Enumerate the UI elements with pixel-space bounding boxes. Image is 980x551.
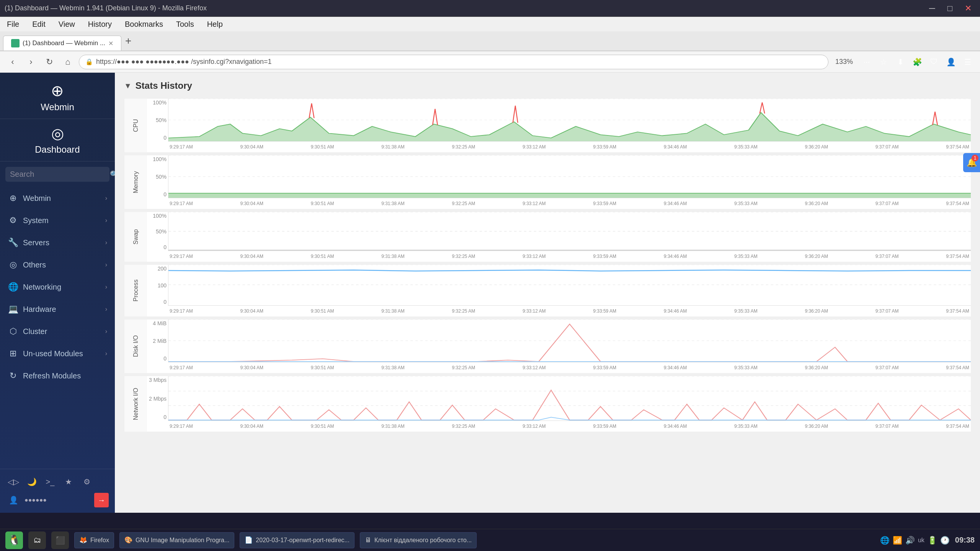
taskbar-gimp-app[interactable]: 🎨 GNU Image Manipulation Progra... (119, 532, 234, 548)
sidebar-item-hardware[interactable]: 💻 Hardware › (0, 298, 115, 320)
address-bar[interactable]: 🔒 https://●●● ●●● ●●●●●●●.●●● /sysinfo.c… (79, 55, 828, 69)
notification-bell[interactable]: 🔔 1 (963, 153, 980, 172)
remote-label: Клієнт віддаленого робочого сто... (374, 537, 472, 544)
process-y-min: 0 (149, 299, 167, 305)
cluster-nav-icon: ⬡ (8, 326, 18, 336)
maximize-button[interactable]: □ (944, 3, 956, 13)
firefox-icon: 🦊 (79, 536, 87, 544)
process-x-axis: 9:29:17 AM 9:30:04 AM 9:30:51 AM 9:31:38… (168, 306, 971, 316)
taskbar-start-icon[interactable]: 🐧 (5, 531, 23, 549)
menu-view[interactable]: View (56, 18, 78, 30)
settings-icon[interactable]: ⚙ (80, 474, 94, 489)
networkio-y-max: 3 Mbps (149, 377, 167, 383)
logout-button[interactable]: → (94, 493, 109, 507)
cpu-x-8: 9:35:33 AM (734, 144, 758, 150)
browser-tabbar: (1) Dashboard — Webmin ... ✕ + (0, 31, 980, 51)
swap-x-axis: 9:29:17 AM 9:30:04 AM 9:30:51 AM 9:31:38… (168, 251, 971, 262)
home-button[interactable]: ⌂ (60, 55, 75, 69)
cpu-x-6: 9:33:59 AM (593, 144, 616, 150)
browser-menubar: File Edit View History Bookmarks Tools H… (0, 17, 980, 31)
memory-y-max: 100% (149, 156, 167, 162)
memory-chart-plot (168, 155, 971, 198)
terminal-icon[interactable]: >_ (43, 474, 57, 489)
sidebar-item-unused-modules-label: Un-used Modules (23, 349, 101, 358)
sidebar-search-container[interactable]: 🔍 (5, 167, 109, 182)
taskbar: 🐧 🗂 ⬛ 🦊 Firefox 🎨 GNU Image Manipulation… (0, 529, 980, 551)
taskbar-firefox-app[interactable]: 🦊 Firefox (74, 532, 114, 548)
taskbar-file-app[interactable]: 📄 2020-03-17-openwrt-port-redirec... (240, 532, 354, 548)
networkio-chart-area: 3 Mbps 2 Mbps 0 9:29: (147, 376, 971, 432)
sidebar-item-others[interactable]: ◎ Others › (0, 254, 115, 276)
menu-edit[interactable]: Edit (29, 18, 48, 30)
sidebar-collapse-icon[interactable]: ◁▷ (6, 474, 21, 489)
stats-history-header: ▼ Stats History (124, 80, 971, 91)
tray-network-icon[interactable]: 🌐 (880, 536, 890, 545)
sidebar-item-networking-label: Networking (23, 283, 101, 292)
sidebar-item-others-label: Others (23, 261, 101, 269)
sidebar-item-servers[interactable]: 🔧 Servers › (0, 231, 115, 254)
taskbar-remote-app[interactable]: 🖥 Клієнт віддаленого робочого сто... (360, 532, 477, 548)
webmin-nav-icon: ⊕ (8, 193, 18, 203)
networkio-y-mid: 2 Mbps (149, 396, 167, 402)
sidebar-item-servers-label: Servers (23, 238, 101, 247)
menu-history[interactable]: History (85, 18, 115, 30)
back-button[interactable]: ‹ (5, 55, 20, 69)
user-icon[interactable]: 👤 (6, 493, 21, 507)
search-input[interactable] (10, 170, 107, 179)
sidebar-item-networking[interactable]: 🌐 Networking › (0, 276, 115, 298)
menu-tools[interactable]: Tools (173, 18, 197, 30)
favorites-icon[interactable]: ★ (61, 474, 76, 489)
keyboard-layout-label: uk (918, 537, 924, 544)
section-collapse-button[interactable]: ▼ (124, 82, 132, 90)
menu-bookmarks[interactable]: Bookmarks (122, 18, 166, 30)
cpu-x-5: 9:33:12 AM (523, 144, 546, 150)
download-icon[interactable]: ⬇ (893, 55, 907, 69)
networking-nav-icon: 🌐 (8, 282, 18, 292)
extensions-icon[interactable]: 🧩 (910, 55, 924, 69)
active-tab[interactable]: (1) Dashboard — Webmin ... ✕ (3, 36, 121, 51)
tray-bluetooth-icon[interactable]: 📶 (893, 536, 902, 545)
new-tab-button[interactable]: + (121, 35, 135, 47)
sidebar-item-cluster[interactable]: ⬡ Cluster › (0, 320, 115, 342)
more-tools-button[interactable]: ··· (860, 55, 874, 69)
memory-chart-area: 100% 50% 0 9:29:17 AM 9:30:04 AM (147, 155, 971, 209)
taskbar-files-icon[interactable]: 🗂 (28, 531, 46, 549)
taskbar-clock: 09:38 (955, 536, 975, 544)
cpu-x-axis: 9:29:17 AM 9:30:04 AM 9:30:51 AM 9:31:38… (168, 142, 971, 152)
minimize-button[interactable]: ─ (925, 3, 939, 13)
file-label: 2020-03-17-openwrt-port-redirec... (256, 537, 350, 544)
shield-icon: 🛡 (927, 55, 941, 69)
night-mode-icon[interactable]: 🌙 (24, 474, 39, 489)
diskio-x-axis: 9:29:17 AM 9:30:04 AM 9:30:51 AM 9:31:38… (168, 362, 971, 373)
sidebar-item-unused-modules[interactable]: ⊞ Un-used Modules › (0, 342, 115, 365)
menu-button[interactable]: ☰ (961, 55, 975, 69)
tab-title: (1) Dashboard — Webmin ... (23, 39, 105, 47)
svg-marker-3 (168, 112, 971, 141)
menu-help[interactable]: Help (204, 18, 226, 30)
firefox-account-icon[interactable]: 👤 (944, 55, 958, 69)
taskbar-terminal-icon[interactable]: ⬛ (51, 531, 69, 549)
cpu-x-9: 9:36:20 AM (805, 144, 828, 150)
notification-badge: 1 (972, 155, 978, 161)
refresh-button[interactable]: ↻ (42, 55, 57, 69)
cpu-y-max: 100% (149, 99, 167, 106)
tab-close-button[interactable]: ✕ (108, 40, 113, 47)
process-y-axis: 200 100 0 (147, 265, 168, 306)
sidebar-item-webmin[interactable]: ⊕ Webmin › (0, 187, 115, 209)
close-button[interactable]: ✕ (961, 3, 975, 13)
cpu-chart-label: CPU (124, 99, 147, 152)
networkio-y-axis: 3 Mbps 2 Mbps 0 (147, 376, 168, 421)
sidebar-logo: ⊕ Webmin (0, 73, 115, 119)
forward-button[interactable]: › (24, 55, 38, 69)
sidebar-item-system[interactable]: ⚙ System › (0, 209, 115, 231)
tray-battery-icon[interactable]: 🔋 (928, 536, 937, 545)
sidebar-item-refresh-modules[interactable]: ↻ Refresh Modules (0, 365, 115, 387)
tray-volume-icon[interactable]: 🔊 (905, 536, 915, 545)
menu-file[interactable]: File (4, 18, 22, 30)
bookmark-star-button[interactable]: ☆ (877, 55, 890, 69)
gimp-icon: 🎨 (124, 536, 132, 544)
window-controls[interactable]: ─ □ ✕ (925, 3, 975, 13)
sidebar-item-refresh-modules-label: Refresh Modules (23, 372, 107, 380)
chevron-right-icon-4: › (105, 261, 107, 268)
swap-chart-row: Swap 100% 50% 0 9:29:17 AM (124, 212, 971, 262)
